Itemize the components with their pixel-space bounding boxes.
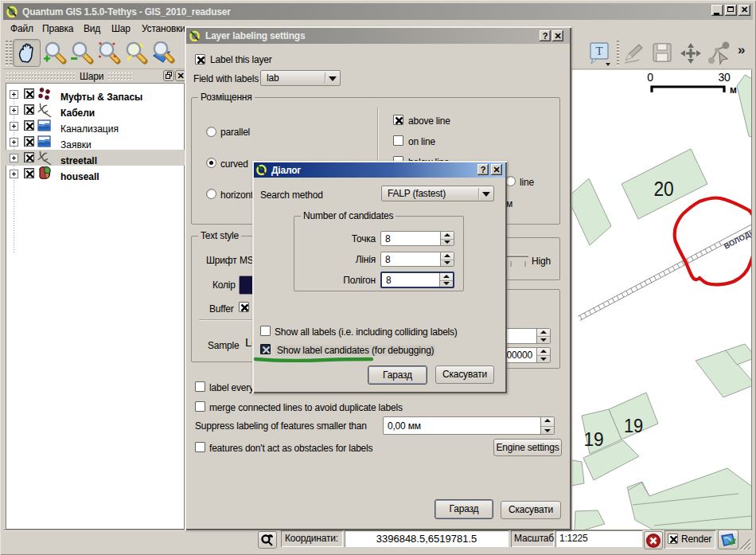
svg-text:19: 19 <box>584 429 604 450</box>
svg-text:ВОЛОДИ: ВОЛОДИ <box>723 227 752 251</box>
svg-text:19: 19 <box>624 416 643 436</box>
svg-text:30: 30 <box>718 71 731 84</box>
svg-text:20: 20 <box>654 177 674 201</box>
svg-text:0: 0 <box>647 71 653 84</box>
svg-text:T: T <box>596 45 603 57</box>
svg-text:м: м <box>730 84 737 96</box>
